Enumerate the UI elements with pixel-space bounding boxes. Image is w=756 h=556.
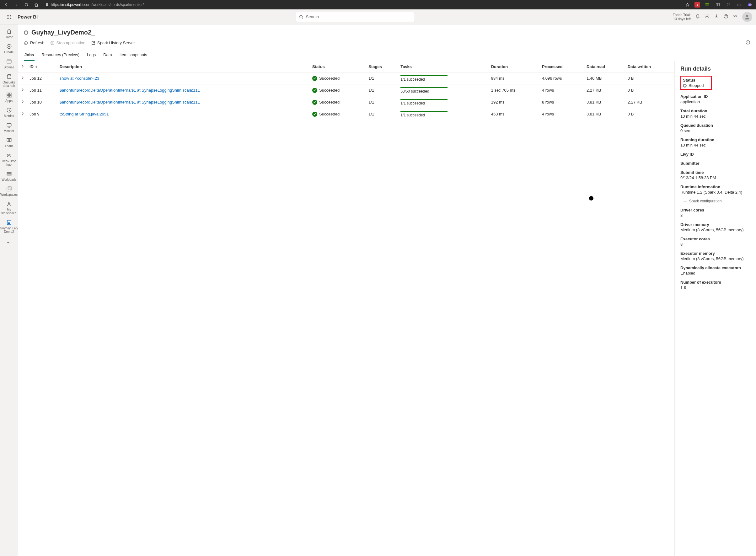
- svg-rect-24: [7, 95, 9, 97]
- refresh-button[interactable]: Refresh: [24, 40, 44, 45]
- lock-icon: [45, 3, 49, 7]
- rail-workloads[interactable]: Workloads: [0, 169, 18, 183]
- rail-my-workspace[interactable]: My workspace: [0, 199, 18, 217]
- app-launcher[interactable]: [4, 12, 14, 22]
- stopped-icon: [683, 84, 687, 88]
- svg-point-7: [7, 16, 8, 17]
- more-button[interactable]: ⋯: [735, 1, 743, 8]
- url-bar[interactable]: https://msit.powerbi.com/workloads/de-ds…: [43, 1, 681, 8]
- cell-written: 0 B: [625, 72, 675, 84]
- column-tasks[interactable]: Tasks: [398, 61, 489, 72]
- tab-jobs[interactable]: Jobs: [24, 49, 35, 61]
- cell-duration: 984 ms: [489, 72, 540, 84]
- rail-home[interactable]: Home: [0, 26, 18, 41]
- cell-stages: 1/1: [366, 108, 398, 120]
- svg-rect-27: [7, 123, 11, 126]
- svg-rect-22: [7, 93, 9, 95]
- cell-tasks: 50/50 succeeded: [398, 84, 489, 96]
- forward-button[interactable]: [12, 1, 20, 8]
- column-stages[interactable]: Stages: [366, 61, 398, 72]
- rail-metrics[interactable]: Metrics: [0, 105, 18, 119]
- table-row: Job 9toString at String.java:2951Succeed…: [18, 108, 675, 120]
- cell-processed: 4 rows: [540, 108, 584, 120]
- notifications-button[interactable]: [695, 14, 700, 20]
- tab-snapshots[interactable]: Item snapshots: [119, 49, 148, 61]
- expand-row[interactable]: [18, 108, 27, 120]
- rail-more[interactable]: ⋯: [0, 237, 18, 247]
- column-data-written[interactable]: Data written: [625, 61, 675, 72]
- rail-learn[interactable]: Learn: [0, 135, 18, 150]
- feedback-button[interactable]: [733, 14, 738, 20]
- success-icon: [312, 88, 317, 93]
- info-button[interactable]: [745, 40, 750, 46]
- status-highlight-box: Status Stopped: [680, 76, 712, 90]
- column-expand[interactable]: [18, 61, 27, 72]
- cell-id: Job 11: [27, 84, 57, 96]
- download-button[interactable]: [714, 14, 719, 20]
- spark-history-button[interactable]: Spark History Server: [91, 40, 135, 45]
- cell-stages: 1/1: [366, 84, 398, 96]
- help-button[interactable]: [723, 14, 728, 20]
- column-data-read[interactable]: Data read: [584, 61, 625, 72]
- rail-monitor[interactable]: Monitor: [0, 120, 18, 135]
- column-description[interactable]: Description: [57, 61, 310, 72]
- tab-data[interactable]: Data: [103, 49, 112, 61]
- rail-create[interactable]: Create: [0, 41, 18, 56]
- svg-point-18: [746, 15, 749, 17]
- rail-apps[interactable]: Apps: [0, 90, 18, 104]
- trial-info: Fabric Trial: 13 days left: [673, 13, 691, 21]
- cell-description[interactable]: toString at String.java:2951: [57, 108, 310, 120]
- cell-status: Succeeded: [310, 108, 366, 120]
- search-box[interactable]: [296, 12, 415, 22]
- expand-row[interactable]: [18, 96, 27, 108]
- cell-description[interactable]: $anonfun$recordDeltaOperationInternal$1 …: [57, 96, 310, 108]
- column-status[interactable]: Status: [310, 61, 366, 72]
- cell-duration: 453 ms: [489, 108, 540, 120]
- extensions-button[interactable]: [725, 1, 732, 8]
- cell-processed: 4 rows: [540, 84, 584, 96]
- favorite-button[interactable]: [684, 1, 691, 8]
- svg-point-28: [8, 155, 10, 156]
- extension-icon-2[interactable]: [703, 1, 711, 8]
- rail-browse[interactable]: Browse: [0, 57, 18, 71]
- info-icon: [745, 40, 750, 45]
- cell-description[interactable]: show at <console>:23: [57, 72, 310, 84]
- cell-description[interactable]: $anonfun$recordDeltaOperationInternal$1 …: [57, 84, 310, 96]
- cell-processed: 4,096 rows: [540, 72, 584, 84]
- column-duration[interactable]: Duration: [489, 61, 540, 72]
- svg-rect-35: [8, 222, 10, 224]
- rail-current-item[interactable]: Guyhay_Livy Demo2: [0, 217, 18, 235]
- rail-realtime[interactable]: Real-Time hub: [0, 150, 18, 168]
- copilot-button[interactable]: [746, 1, 754, 8]
- tab-logs[interactable]: Logs: [86, 49, 96, 61]
- expand-row[interactable]: [18, 84, 27, 96]
- account-avatar[interactable]: [742, 12, 752, 22]
- search-icon: [299, 15, 304, 19]
- svg-rect-0: [716, 3, 717, 6]
- toolbar: Refresh Stop application Spark History S…: [18, 39, 756, 49]
- jobs-table: ID Description Status Stages Tasks Durat…: [18, 61, 675, 120]
- tabs: Jobs Resources (Preview) Logs Data Item …: [18, 49, 756, 61]
- external-link-icon: [91, 41, 95, 45]
- cell-tasks: 1/1 succeeded: [398, 72, 489, 84]
- expand-row[interactable]: [18, 72, 27, 84]
- rail-workspaces[interactable]: Workspaces: [0, 184, 18, 198]
- column-processed[interactable]: Processed: [540, 61, 584, 72]
- reload-button[interactable]: [23, 1, 30, 8]
- app-title: Power BI: [18, 14, 38, 20]
- status-indicator-icon: [24, 30, 28, 35]
- spark-config-link[interactable]: — Spark configuration: [684, 199, 750, 203]
- search-input[interactable]: [306, 14, 411, 19]
- cell-id: Job 12: [27, 72, 57, 84]
- rail-onelake[interactable]: OneLake data hub: [0, 72, 18, 90]
- collections-button[interactable]: [714, 1, 721, 8]
- table-row: Job 12show at <console>:23Succeeded1/11/…: [18, 72, 675, 84]
- svg-point-3: [749, 3, 752, 6]
- tab-resources[interactable]: Resources (Preview): [41, 49, 80, 61]
- page-header: Guyhay_LivyDemo2_: [18, 25, 756, 39]
- extension-icon-1[interactable]: 1: [694, 2, 700, 7]
- column-id[interactable]: ID: [27, 61, 57, 72]
- back-button[interactable]: [2, 1, 10, 8]
- settings-button[interactable]: [705, 14, 710, 20]
- home-button[interactable]: [33, 1, 40, 8]
